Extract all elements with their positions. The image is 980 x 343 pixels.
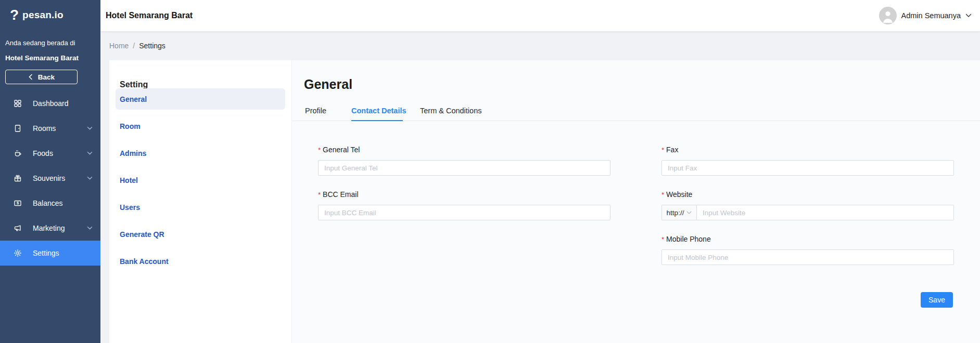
tab-term-conditions[interactable]: Term & Conditions	[420, 107, 481, 115]
menu-item-label: General	[120, 95, 147, 103]
menu-item-label: Room	[120, 122, 141, 130]
sidebar-item-foods[interactable]: Foods	[0, 141, 100, 166]
sidebar-item-rooms[interactable]: Rooms	[0, 116, 100, 141]
rooms-icon	[13, 124, 22, 133]
menu-item-label: Bank Account	[120, 257, 169, 266]
settings-menu-users[interactable]: Users	[116, 196, 285, 218]
user-menu[interactable]: Admin Semuanya	[879, 0, 972, 31]
sidebar-item-label: Marketing	[33, 224, 65, 232]
breadcrumb-current: Settings	[139, 42, 166, 50]
tab-contact-details[interactable]: Contact Details	[351, 107, 406, 115]
menu-item-label: Admins	[120, 149, 146, 157]
foods-icon	[13, 149, 22, 158]
user-name: Admin Semuanya	[901, 11, 961, 20]
required-mark: *	[661, 146, 664, 154]
sidebar-item-marketing[interactable]: Marketing	[0, 216, 100, 241]
sidebar-item-settings[interactable]: Settings	[0, 241, 100, 266]
required-mark: *	[318, 191, 321, 199]
context-caption: Anda sedang berada di	[5, 39, 75, 47]
chevron-down-icon	[965, 14, 972, 18]
required-mark: *	[661, 235, 664, 243]
required-mark: *	[661, 191, 664, 199]
chevron-down-icon	[87, 126, 93, 130]
chevron-down-icon	[87, 176, 93, 180]
sidebar: ? pesan.io Anda sedang berada di Hotel S…	[0, 0, 100, 343]
settings-menu-hotel[interactable]: Hotel	[116, 169, 285, 191]
settings-menu-admins[interactable]: Admins	[116, 142, 285, 164]
breadcrumb-separator: /	[133, 42, 135, 50]
website-input[interactable]	[696, 205, 954, 220]
sidebar-item-label: Balances	[33, 199, 63, 207]
sidebar-item-label: Settings	[33, 249, 59, 257]
souvenirs-icon	[13, 174, 22, 183]
chevron-down-icon	[686, 211, 692, 215]
back-button-label: Back	[38, 73, 55, 81]
save-button[interactable]: Save	[921, 292, 953, 308]
bcc-email-label: *BCC Email	[318, 190, 359, 199]
sidebar-item-souvenirs[interactable]: Souvenirs	[0, 166, 100, 191]
required-mark: *	[318, 146, 321, 154]
sidebar-item-label: Souvenirs	[33, 174, 65, 182]
mobile-phone-input[interactable]	[661, 249, 954, 265]
top-header: Hotel Semarang Barat Admin Semuanya	[100, 0, 980, 31]
logo[interactable]: ? pesan.io	[10, 6, 63, 24]
avatar	[879, 7, 897, 24]
dashboard-icon	[13, 99, 22, 108]
menu-item-label: Generate QR	[120, 230, 164, 239]
settings-menu-room[interactable]: Room	[116, 115, 285, 137]
svg-text:$: $	[16, 201, 19, 205]
marketing-icon	[13, 224, 22, 233]
settings-menu-general[interactable]: General	[116, 88, 285, 110]
chevron-down-icon	[87, 226, 93, 230]
fax-input[interactable]	[661, 160, 954, 176]
back-button[interactable]: Back	[5, 70, 78, 84]
sidebar-item-balances[interactable]: $ Balances	[0, 191, 100, 216]
content-title: General	[304, 75, 352, 93]
sidebar-item-dashboard[interactable]: Dashboard	[0, 91, 100, 116]
protocol-select[interactable]: http://	[661, 205, 696, 220]
menu-item-label: Users	[120, 203, 140, 212]
general-tel-label: *General Tel	[318, 146, 360, 154]
balances-icon: $	[13, 199, 22, 208]
page-title: Hotel Semarang Barat	[106, 11, 193, 20]
website-field-group: http://	[661, 205, 954, 220]
general-tel-input[interactable]	[318, 160, 610, 176]
website-label: *Website	[661, 190, 692, 199]
fax-label: *Fax	[661, 146, 678, 154]
sidebar-item-label: Rooms	[33, 124, 56, 133]
bcc-email-input[interactable]	[318, 205, 610, 220]
active-tab-underline	[351, 120, 403, 121]
menu-item-label: Hotel	[120, 176, 138, 184]
sidebar-item-label: Dashboard	[33, 99, 69, 108]
context-hotel-name: Hotel Semarang Barat	[5, 54, 79, 62]
mobile-phone-label: *Mobile Phone	[661, 235, 711, 244]
chevron-down-icon	[87, 151, 93, 155]
breadcrumb: Home / Settings	[100, 31, 980, 60]
main-content: General Profile Contact Details Term & C…	[291, 60, 980, 343]
protocol-value: http://	[667, 209, 684, 217]
logo-text: pesan.io	[22, 9, 63, 21]
settings-gear-icon	[13, 249, 22, 258]
settings-menu-bank-account[interactable]: Bank Account	[116, 250, 285, 272]
pesan-logo-icon: ?	[10, 6, 19, 24]
sidebar-item-label: Foods	[33, 149, 53, 157]
chevron-left-icon	[28, 74, 33, 80]
tab-profile[interactable]: Profile	[305, 107, 326, 115]
settings-menu-generate-qr[interactable]: Generate QR	[116, 223, 285, 245]
settings-panel: Setting General Room Admins Hotel Users …	[109, 60, 291, 343]
breadcrumb-home[interactable]: Home	[109, 42, 129, 50]
